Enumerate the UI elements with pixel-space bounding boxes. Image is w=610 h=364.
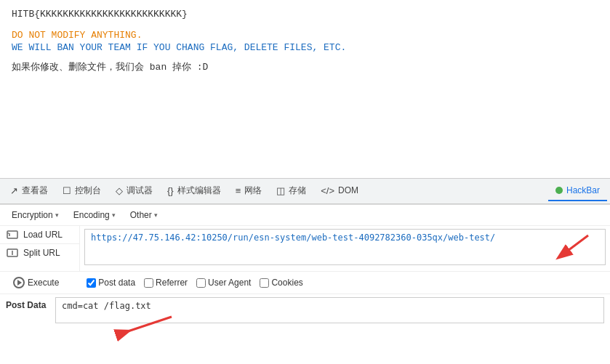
console-icon: ☐ [63,185,71,196]
tab-storage-label: 存储 [289,185,306,197]
cookies-checkbox[interactable] [260,278,269,288]
post-data-input[interactable]: cmd=cat /flag.txt [55,297,604,323]
tab-inspector[interactable]: ↗ 查看器 [3,180,55,203]
tab-inspector-label: 查看器 [22,185,48,197]
hackbar-panel: Encryption ▾ Encoding ▾ Other ▾ Load [0,204,610,329]
sidebar-actions: Load URL Split URL [0,226,80,271]
chevron-down-icon: ▾ [112,211,116,219]
flag-text: HITB{KKKKKKKKKKKKKKKKKKKKKKKKK} [12,9,598,20]
tab-hackbar-label: HackBar [566,185,600,195]
referrer-checkbox-text: Referrer [156,278,188,288]
play-icon [17,280,22,286]
storage-icon: ◫ [276,185,285,196]
tab-console[interactable]: ☐ 控制台 [55,180,108,203]
hackbar-dot-icon [555,187,563,194]
content-area: HITB{KKKKKKKKKKKKKKKKKKKKKKKKK} DO NOT M… [0,0,610,178]
tab-debugger-label: 调试器 [127,185,153,197]
post-data-area: cmd=cat /flag.txt [55,297,604,326]
execute-label: Execute [28,278,59,288]
url-row: Load URL Split URL https://47.75.146.42:… [0,226,610,272]
svg-rect-0 [7,231,17,238]
encoding-label: Encoding [73,210,110,220]
chevron-down-icon: ▾ [154,211,158,219]
chinese-line: 如果你修改、删除文件，我们会 ban 掉你 :D [12,60,598,73]
cookies-checkbox-text: Cookies [271,278,302,288]
tab-debugger[interactable]: ◇ 调试器 [108,180,160,203]
execute-row: Execute Post data Referrer User Agent Co… [0,272,610,294]
post-data-label: Post Data [6,297,49,310]
referrer-checkbox-label[interactable]: Referrer [144,278,188,288]
hackbar-menu: Encryption ▾ Encoding ▾ Other ▾ [0,205,610,226]
chevron-down-icon: ▾ [55,211,59,219]
execute-button[interactable]: Execute [6,275,66,291]
post-data-checkbox-label[interactable]: Post data [87,278,135,288]
other-menu[interactable]: Other ▾ [124,208,164,222]
encryption-menu[interactable]: Encryption ▾ [6,208,65,222]
post-data-checkbox-text: Post data [98,278,135,288]
split-url-label: Split URL [23,248,60,258]
post-data-checkbox[interactable] [87,278,96,288]
encryption-label: Encryption [12,210,53,220]
encoding-menu[interactable]: Encoding ▾ [68,208,121,222]
user-agent-checkbox-text: User Agent [208,278,251,288]
dom-icon: </> [321,185,334,196]
referrer-checkbox[interactable] [144,278,153,288]
warning-line2: WE WILL BAN YOUR TEAM IF YOU CHANG FLAG,… [12,42,598,53]
tab-dom[interactable]: </> DOM [313,181,366,202]
tab-hackbar[interactable]: HackBar [548,181,607,201]
tab-dom-label: DOM [338,185,358,195]
debugger-icon: ◇ [116,185,123,196]
tab-style[interactable]: {} 样式编辑器 [160,180,228,203]
split-url-button[interactable]: Split URL [0,244,79,262]
inspector-icon: ↗ [10,185,18,196]
tab-storage[interactable]: ◫ 存储 [269,180,313,203]
user-agent-checkbox-label[interactable]: User Agent [196,278,251,288]
split-url-icon [6,248,19,258]
tab-network-label: 网络 [244,185,262,197]
cookies-checkbox-label[interactable]: Cookies [260,278,302,288]
warning-line1: DO NOT MODIFY ANYTHING. [12,30,598,41]
tab-console-label: 控制台 [75,185,101,197]
load-url-button[interactable]: Load URL [0,226,79,244]
tab-network[interactable]: ≡ 网络 [228,180,270,203]
tab-style-label: 样式编辑器 [177,185,221,197]
other-label: Other [130,210,152,220]
url-input[interactable]: https://47.75.146.42:10250/run/esn-syste… [84,229,606,265]
devtools-bar: ↗ 查看器 ☐ 控制台 ◇ 调试器 {} 样式编辑器 ≡ 网络 ◫ 存储 </>… [0,178,610,204]
url-input-area: https://47.75.146.42:10250/run/esn-syste… [80,226,610,271]
network-icon: ≡ [236,185,241,196]
load-url-label: Load URL [23,230,63,240]
checkbox-group: Post data Referrer User Agent Cookies [87,278,302,288]
user-agent-checkbox[interactable] [196,278,206,288]
execute-icon [13,277,25,288]
load-url-icon [6,230,19,240]
post-data-row: Post Data cmd=cat /flag.txt [0,294,610,329]
style-icon: {} [167,185,174,196]
